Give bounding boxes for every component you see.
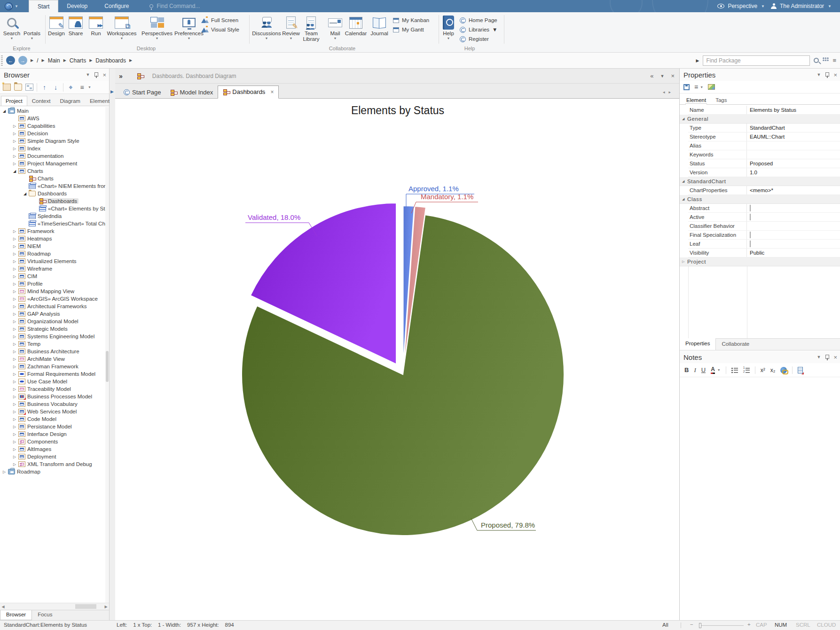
- perspective-caret-icon[interactable]: ▼: [761, 4, 765, 8]
- find-package-input[interactable]: [703, 55, 810, 66]
- superscript-icon[interactable]: x²: [761, 367, 765, 373]
- ribbon-item-home-page[interactable]: Home Page: [460, 16, 498, 25]
- breadcrumb-segment-main[interactable]: Main: [48, 57, 60, 64]
- ribbon-tab-start[interactable]: Start: [29, 0, 58, 12]
- save-icon[interactable]: [683, 84, 690, 90]
- caption-collapse-icon[interactable]: «: [650, 72, 653, 79]
- property-value[interactable]: <memo>*: [747, 187, 773, 193]
- locate-icon[interactable]: ⌖: [67, 84, 75, 91]
- scroll-right-icon[interactable]: ▶: [103, 605, 109, 609]
- tree-item-use-case-model[interactable]: ▷Use Case Model: [0, 378, 105, 385]
- tree-horizontal-scrollbar[interactable]: ◀ ▶: [0, 603, 109, 610]
- property-group-project[interactable]: ▷Project: [680, 257, 840, 266]
- collapsed-icon[interactable]: ▷: [11, 147, 18, 151]
- tree-item-simple-diagram-style[interactable]: ▷Simple Diagram Style: [0, 137, 105, 145]
- caption-chevron-icon[interactable]: »: [119, 72, 123, 80]
- properties-picture-icon[interactable]: [708, 84, 715, 90]
- tree-item-dashboards[interactable]: Dashboards: [0, 197, 105, 205]
- ribbon-item-journal[interactable]: Journal: [364, 15, 395, 36]
- tree-item-chart-elements-by-status[interactable]: «Chart» Elements by Status: [0, 205, 105, 212]
- checkbox[interactable]: [750, 232, 751, 238]
- tree-item-altimages[interactable]: ▷AltImages: [0, 445, 105, 453]
- scroll-left-icon[interactable]: ◀: [0, 605, 6, 609]
- browser-menu-caret-icon[interactable]: ▼: [86, 72, 90, 77]
- collapsed-icon[interactable]: ▷: [11, 425, 18, 429]
- ribbon-tab-develop[interactable]: Develop: [58, 0, 96, 12]
- document-tab-dashboards[interactable]: Dashboards×: [218, 86, 279, 99]
- tree-item-profile[interactable]: ▷Profile: [0, 280, 105, 288]
- collapsed-icon[interactable]: ▷: [11, 380, 18, 384]
- collapsed-icon[interactable]: ▷: [11, 334, 18, 339]
- insert-document-icon[interactable]: [798, 367, 803, 373]
- browser-pin-icon[interactable]: [94, 72, 98, 78]
- tree-item-formal-requirements-model[interactable]: ▷Formal Requirements Model: [0, 370, 105, 378]
- collapsed-icon[interactable]: ▷: [11, 139, 18, 143]
- zoom-scope-label[interactable]: All: [662, 622, 668, 628]
- property-value[interactable]: 1.0: [747, 170, 757, 175]
- properties-tab-tags[interactable]: Tags: [711, 96, 731, 104]
- collapsed-icon[interactable]: ▷: [11, 432, 18, 436]
- tree-item-mind-mapping-view[interactable]: ▷Mind Mapping View: [0, 288, 105, 295]
- diagram-tree-icon[interactable]: [25, 84, 33, 91]
- group-expanded-icon[interactable]: ◢: [680, 179, 687, 183]
- expanded-icon[interactable]: ◢: [22, 192, 28, 196]
- tree-item-documentation[interactable]: ▷Documentation: [0, 152, 105, 160]
- bullet-list-icon[interactable]: [731, 367, 738, 373]
- browser-hamburger-caret-icon[interactable]: ▼: [88, 86, 91, 89]
- properties-hamburger-caret-icon[interactable]: ▼: [700, 86, 703, 89]
- tree-item-charts[interactable]: ◢Charts: [0, 167, 105, 175]
- tree-item-capabilities[interactable]: ▷Capabilities: [0, 122, 105, 130]
- tree-item-interface-design[interactable]: ▷Interface Design: [0, 430, 105, 438]
- tree-item-spledndia[interactable]: Spledndia: [0, 212, 105, 220]
- collapsed-icon[interactable]: ▷: [11, 350, 18, 354]
- move-up-icon[interactable]: ↑: [40, 84, 48, 91]
- nav-back-button[interactable]: ←: [6, 56, 15, 65]
- caption-dropdown-icon[interactable]: ▼: [660, 74, 664, 78]
- bottom-tab-browser[interactable]: Browser: [0, 610, 32, 620]
- checkbox[interactable]: [750, 205, 751, 211]
- collapsed-icon[interactable]: ▷: [11, 455, 18, 459]
- tree-item-code-model[interactable]: ▷Code Model: [0, 415, 105, 423]
- scrollbar-thumb[interactable]: [75, 604, 96, 609]
- expanded-icon[interactable]: ◢: [1, 109, 8, 113]
- expanded-icon[interactable]: ◢: [11, 169, 18, 173]
- tree-item-architectual-frameworks[interactable]: ▷Architectual Frameworks: [0, 303, 105, 310]
- tree-item-systems-engineering-model[interactable]: ▷Systems Engineering Model: [0, 333, 105, 340]
- numbered-list-icon[interactable]: [743, 367, 750, 373]
- collapsed-icon[interactable]: ▷: [11, 365, 18, 369]
- tree-item-components[interactable]: ▷Components: [0, 438, 105, 445]
- property-value[interactable]: Proposed: [747, 161, 773, 166]
- collapsed-icon[interactable]: ▷: [11, 289, 18, 294]
- ribbon-item-perspectives[interactable]: Perspectives▼: [141, 15, 173, 40]
- tree-item-traceability-model[interactable]: ▷Traceability Model: [0, 385, 105, 393]
- properties-pin-icon[interactable]: [825, 72, 829, 78]
- tree-item-aws[interactable]: AWS: [0, 115, 105, 122]
- collapsed-icon[interactable]: ▷: [11, 274, 18, 279]
- tree-item-roadmap[interactable]: ▷Roadmap: [0, 250, 105, 257]
- ribbon-item-visual-style[interactable]: Visual Style: [201, 25, 239, 34]
- property-value[interactable]: Public: [747, 250, 764, 256]
- group-collapsed-icon[interactable]: ▷: [680, 260, 687, 264]
- tree-item-business-vocabulary[interactable]: ▷Business Vocabulary: [0, 400, 105, 408]
- group-expanded-icon[interactable]: ◢: [680, 197, 687, 201]
- bar-menu-icon[interactable]: ≡: [832, 57, 836, 64]
- breadcrumb-segment-[interactable]: /: [37, 57, 38, 64]
- collapsed-icon[interactable]: ▷: [11, 319, 18, 324]
- move-down-icon[interactable]: ↓: [52, 84, 60, 91]
- user-caret-icon[interactable]: ▼: [828, 4, 832, 8]
- ribbon-item-workspaces[interactable]: Workspaces▼: [106, 15, 137, 40]
- collapsed-icon[interactable]: ▷: [11, 267, 18, 271]
- panel-tab-collaborate[interactable]: Collaborate: [716, 339, 755, 350]
- perspective-label[interactable]: Perspective: [728, 3, 757, 9]
- collapsed-icon[interactable]: ▷: [11, 244, 18, 249]
- ea-logo-icon[interactable]: [5, 2, 13, 10]
- dropdown-caret-icon[interactable]: ▼: [492, 27, 497, 32]
- ribbon-item-full-screen[interactable]: Full Screen: [201, 16, 239, 25]
- collapsed-icon[interactable]: ▷: [11, 357, 18, 361]
- folder-icon[interactable]: [14, 84, 22, 91]
- collapsed-icon[interactable]: ▷: [11, 387, 18, 391]
- underline-icon[interactable]: U: [701, 366, 706, 373]
- document-tab-start-page[interactable]: Start Page: [119, 86, 165, 99]
- tree-item-business-processes-model[interactable]: ▷Business Processes Model: [0, 393, 105, 400]
- diagram-canvas[interactable]: Elements by StatusApproved, 1.1%Mandator…: [115, 99, 679, 620]
